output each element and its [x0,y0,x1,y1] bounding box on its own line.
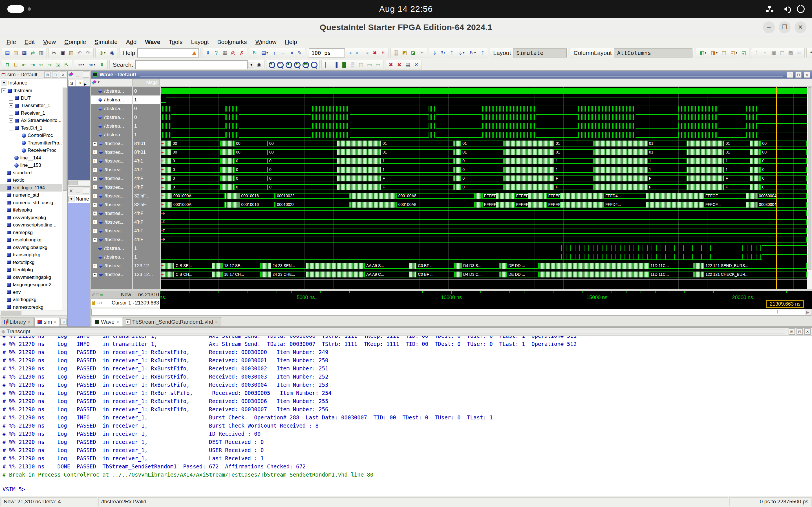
expand-icon[interactable]: + [93,203,97,207]
waveform-row[interactable]: 000101110 [161,157,807,165]
expand-icon[interactable]: + [93,237,97,242]
msgs-column-header[interactable]: Msgs [132,79,160,86]
waveform-row[interactable] [161,122,807,130]
fall-next-icon[interactable]: ↦ [46,61,54,69]
close-tab-icon[interactable]: ✕ [116,320,119,324]
waveform-row[interactable]: 0001000A0001001600010022000100A8FFFEF...… [161,191,807,200]
close-button[interactable]: ✕ [795,21,806,33]
signal-name-row[interactable]: /tbstrea... [91,104,132,113]
note-icon[interactable]: ❏ [96,293,99,297]
grid-icon[interactable]: ▦ [221,49,229,57]
waveform-row[interactable]: 000F0FFF0 [161,183,807,191]
drag-handle[interactable] [34,330,785,334]
wave-vscrollbar[interactable] [807,87,812,289]
signal-name-row[interactable]: /tbstrea... [91,244,132,252]
xdoc-icon[interactable]: ▤ [404,61,412,69]
lock-icon[interactable] [92,302,95,305]
volume-icon[interactable] [781,6,787,11]
runlist-icon[interactable]: ▤▾ [259,49,270,57]
dropdown-arrow-icon[interactable]: ▾ [266,52,268,54]
objects-hscrollbar[interactable] [68,180,90,186]
tree-item-testctrl-1[interactable]: −TestCtrl_1 [0,124,62,132]
box3-icon[interactable]: ▩ [786,49,795,57]
add-icon[interactable]: ⊕▾ [97,49,108,57]
ins1-icon[interactable]: ⇻▾ [75,61,86,69]
signal-name-row[interactable]: +/tbstrea... [91,209,132,218]
tree-item-resolutionpkg[interactable]: resolutionpkg [0,236,62,244]
sep-icon[interactable]: ▒ [349,61,356,69]
signal-name-row[interactable]: +/tbstrea... [91,183,132,191]
columnlayout-combo[interactable]: AllColumns [614,48,693,57]
menu-window[interactable]: Window [251,39,281,45]
bar-blue-icon[interactable]: ▐ [332,61,340,69]
objects-tab-s[interactable]: S [68,80,75,86]
signal-name-row[interactable]: /tbstrea... [91,122,132,130]
ins2-icon[interactable]: ⇺▾ [87,61,98,69]
waveform-row[interactable]: 000000010101010100 [161,139,807,148]
tree-item-line-144[interactable]: line__144 [0,154,62,162]
wave-hscrollbar[interactable]: ▶ [91,309,811,316]
back-icon[interactable]: ← [279,49,287,57]
waveform-row[interactable] [161,113,807,122]
waveform-row[interactable] [161,252,807,262]
run-all-icon[interactable]: ⇑ [448,49,455,57]
float-button[interactable]: ⊡ [795,71,802,78]
wrench-icon[interactable]: ⌁ [96,301,98,305]
hand-icon[interactable]: ☞ [417,49,425,57]
edge-prev-icon[interactable]: ⇤ [20,61,28,69]
expand-icon[interactable]: + [93,194,97,198]
dock-button[interactable]: ⊞ [44,71,50,78]
signal-name-row[interactable]: +/tbstrea... [91,165,132,174]
collapse-icon[interactable]: − [1,89,6,93]
tree-item-standard[interactable]: standard [0,169,62,177]
forward-icon[interactable]: ↠ [287,49,295,57]
cursor-del-icon[interactable]: ⊔ [12,61,20,69]
tree-item-osvvmscriptsetting-[interactable]: osvvmscriptsetting... [0,221,62,229]
paste-icon[interactable]: ▧ [67,49,75,57]
tree-item-namestorepkg[interactable]: namestorepkg [0,304,62,311]
help-search-input[interactable] [137,48,199,57]
collapse-icon[interactable]: − [9,126,13,130]
cell3-icon[interactable]: ▭ [374,61,382,69]
activities-pill[interactable] [7,5,24,13]
timebreak-icon[interactable]: ✖ [371,49,378,57]
close-panel-button[interactable]: − [83,71,89,78]
search-dropdown-icon[interactable]: ▼ [248,62,254,68]
signal-name-row[interactable]: +/tbstrea... [91,139,132,148]
add-cursor-icon[interactable]: ⊕ [100,293,103,297]
waveform-row[interactable]: F [161,235,807,244]
tree-item-fileutilpkg[interactable]: fileutilpkg [0,266,62,274]
transcript-log[interactable]: # %% 21250 ns Log INFO in transmitter_1,… [0,336,812,496]
redo-icon[interactable]: ↷ [84,49,92,57]
signal-name-row[interactable]: +/tbstrea... [91,270,132,279]
cell1-icon[interactable]: ◫ [357,61,365,69]
tree-item-env[interactable]: env [0,289,62,296]
dock-button[interactable]: ⊞ [787,71,793,78]
wave-cursor-line[interactable] [781,291,781,309]
waveform-row[interactable] [161,87,807,96]
expand-icon[interactable]: + [9,103,13,108]
close-tab-icon[interactable]: ✕ [28,320,31,324]
tree-item-namepkg[interactable]: namepkg [0,229,62,237]
float-button[interactable]: ⊡ [797,328,803,335]
zoom-out-icon[interactable]: − [276,61,284,69]
run-icon[interactable]: ⇓ [430,49,439,57]
pencil-icon[interactable]: ✐ [92,293,95,297]
network-icon[interactable] [766,6,773,12]
ins3-icon[interactable]: ⇞ [98,61,106,69]
waveform-row[interactable]: 000101110 [161,165,807,174]
half1-icon[interactable]: ◩ [401,49,409,57]
wave3-icon[interactable]: ≋ [795,49,803,57]
expand-icon[interactable]: + [9,111,13,115]
tree-item-alertlogpkg[interactable]: alertlogpkg [0,296,62,304]
tree-item-osvvmglobalpkg[interactable]: osvvmglobalpkg [0,244,62,251]
menu-wave[interactable]: Wave [141,39,164,45]
tree-item-numeric-std-unsig-[interactable]: numeric_std_unsig... [0,199,62,207]
waveform-area[interactable]: 0000000101010101000000000101010101000001… [161,87,807,289]
run-continue-icon[interactable]: ↻ [439,49,447,57]
close-panel-button[interactable]: ✕ [804,71,810,78]
fall-prev-icon[interactable]: ↤ [37,61,45,69]
expand-icon[interactable]: + [93,142,97,146]
tree-item-transcriptpkg[interactable]: transcriptpkg [0,251,62,259]
dropdown-arrow-icon[interactable]: ▾ [474,52,476,54]
